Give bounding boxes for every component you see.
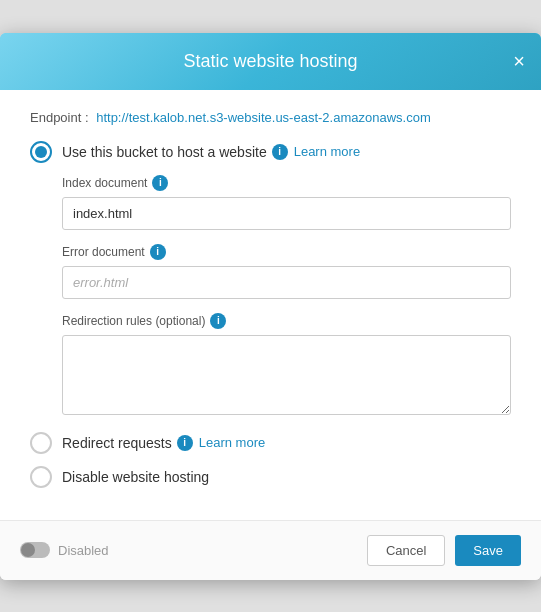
toggle-knob	[21, 543, 35, 557]
error-document-input[interactable]	[62, 266, 511, 299]
redirection-rules-label: Redirection rules (optional) i	[62, 313, 511, 329]
error-document-field: Error document i	[62, 244, 511, 299]
radio-host-website[interactable]: Use this bucket to host a website i Lear…	[30, 141, 511, 163]
redirection-rules-textarea[interactable]	[62, 335, 511, 415]
modal-title: Static website hosting	[183, 51, 357, 72]
disabled-status: Disabled	[20, 542, 109, 558]
endpoint-link[interactable]: http://test.kalob.net.s3-website.us-east…	[96, 110, 431, 125]
redirect-requests-learn-more[interactable]: Learn more	[199, 435, 265, 450]
error-document-info-icon[interactable]: i	[150, 244, 166, 260]
redirect-requests-info-icon[interactable]: i	[177, 435, 193, 451]
error-document-label: Error document i	[62, 244, 511, 260]
footer-buttons: Cancel Save	[367, 535, 521, 566]
index-document-input[interactable]	[62, 197, 511, 230]
radio-disable-hosting-label: Disable website hosting	[62, 469, 209, 485]
modal-body: Endpoint : http://test.kalob.net.s3-webs…	[0, 90, 541, 520]
index-document-label: Index document i	[62, 175, 511, 191]
radio-disable-hosting[interactable]: Disable website hosting	[30, 466, 511, 488]
index-document-info-icon[interactable]: i	[152, 175, 168, 191]
radio-host-website-label: Use this bucket to host a website	[62, 144, 267, 160]
disabled-text: Disabled	[58, 543, 109, 558]
radio-redirect-requests[interactable]: Redirect requests i Learn more	[30, 432, 511, 454]
modal-footer: Disabled Cancel Save	[0, 520, 541, 580]
redirection-rules-field: Redirection rules (optional) i	[62, 313, 511, 418]
toggle-switch[interactable]	[20, 542, 50, 558]
radio-redirect-requests-button[interactable]	[30, 432, 52, 454]
redirection-rules-info-icon[interactable]: i	[210, 313, 226, 329]
radio-redirect-requests-label: Redirect requests	[62, 435, 172, 451]
save-button[interactable]: Save	[455, 535, 521, 566]
host-website-info-icon[interactable]: i	[272, 144, 288, 160]
radio-host-website-inner	[35, 146, 47, 158]
radio-host-website-button[interactable]	[30, 141, 52, 163]
hosting-form-section: Index document i Error document i Redire…	[62, 175, 511, 418]
cancel-button[interactable]: Cancel	[367, 535, 445, 566]
modal-header: Static website hosting ×	[0, 33, 541, 90]
modal-container: Static website hosting × Endpoint : http…	[0, 33, 541, 580]
endpoint-label: Endpoint :	[30, 110, 89, 125]
index-document-field: Index document i	[62, 175, 511, 230]
close-button[interactable]: ×	[513, 51, 525, 71]
endpoint-row: Endpoint : http://test.kalob.net.s3-webs…	[30, 110, 511, 125]
host-website-learn-more[interactable]: Learn more	[294, 144, 360, 159]
radio-disable-hosting-button[interactable]	[30, 466, 52, 488]
